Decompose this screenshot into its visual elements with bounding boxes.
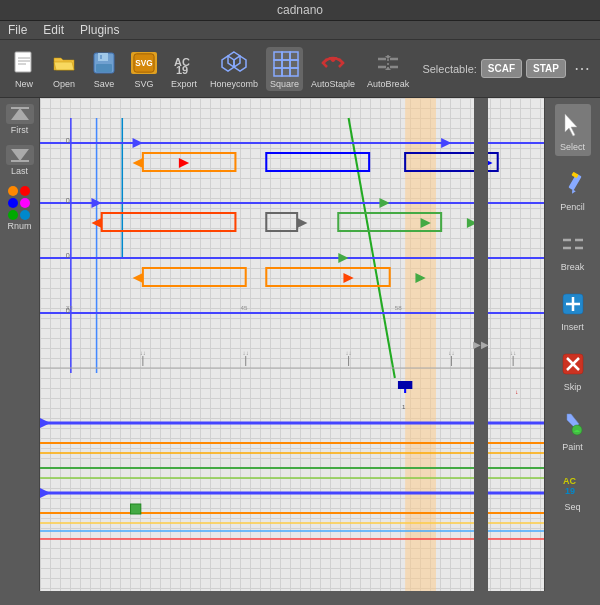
break-tool-button[interactable]: Break (555, 224, 591, 276)
menu-plugins[interactable]: Plugins (80, 23, 119, 37)
svg-rect-20 (290, 60, 298, 68)
canvas-svg: 32 45 58 ↓↓ ↓↓ ↓↓ ↓↓ ↓↓ 1 (40, 98, 544, 591)
svg-marker-96 (565, 114, 577, 136)
insert-label: Insert (561, 322, 584, 332)
autobreak-button[interactable]: AutoBreak (363, 47, 413, 91)
svg-marker-27 (11, 149, 29, 161)
svg-rect-5 (98, 53, 108, 61)
autostaple-icon (319, 49, 347, 77)
skip-label: Skip (564, 382, 582, 392)
svg-text:↓↓: ↓↓ (140, 349, 146, 356)
svg-rect-21 (274, 68, 282, 76)
svg-rect-55 (143, 268, 246, 286)
square-icon (271, 49, 299, 77)
svg-text:AC: AC (563, 476, 576, 486)
save-icon (91, 50, 117, 76)
menu-file[interactable]: File (8, 23, 27, 37)
svg-rect-22 (282, 68, 290, 76)
first-button[interactable]: First (4, 102, 36, 137)
rnum-label: Rnum (7, 221, 31, 231)
seq-tool-button[interactable]: AC 19 Seq (555, 464, 591, 516)
autobreak-icon (374, 49, 402, 77)
autostaple-label: AutoStaple (311, 79, 355, 89)
svg-rect-15 (274, 52, 282, 60)
pencil-icon (557, 168, 589, 200)
svg-marker-25 (11, 108, 29, 120)
honeycomb-icon (220, 49, 248, 77)
svg-marker-49 (297, 218, 307, 228)
skip-tool-button[interactable]: Skip (555, 344, 591, 396)
app-title: cadnano (277, 3, 323, 17)
svg-rect-90 (131, 504, 141, 514)
svg-marker-58 (343, 273, 353, 283)
honeycomb-button[interactable]: Honeycomb (206, 47, 262, 91)
last-button[interactable]: Last (4, 143, 36, 178)
save-label: Save (94, 79, 115, 89)
svg-rect-6 (96, 64, 112, 72)
svg-rect-17 (290, 52, 298, 60)
svg-text:0: 0 (66, 137, 70, 145)
autobreak-label: AutoBreak (367, 79, 409, 89)
svg-marker-45 (379, 198, 389, 208)
square-button[interactable]: Square (266, 47, 303, 91)
title-bar: cadnano (0, 0, 600, 21)
svg-text:19: 19 (176, 64, 188, 76)
honeycomb-label: Honeycomb (210, 79, 258, 89)
pencil-label: Pencil (560, 202, 585, 212)
svg-rect-23 (290, 68, 298, 76)
break-label: Break (561, 262, 585, 272)
svg-rect-19 (282, 60, 290, 68)
break-icon (557, 228, 589, 260)
select-label: Select (560, 142, 585, 152)
new-label: New (15, 79, 33, 89)
selectable-label: Selectable: (422, 63, 476, 75)
new-button[interactable]: New (6, 47, 42, 91)
svg-rect-76 (398, 381, 412, 389)
last-arrow-icon (6, 145, 34, 165)
svg-marker-38 (133, 158, 143, 168)
svg-rect-16 (282, 52, 290, 60)
svg-marker-85 (40, 488, 50, 498)
scaf-button[interactable]: SCAF (481, 59, 522, 78)
svg-marker-54 (338, 253, 348, 263)
canvas-area[interactable]: 32 45 58 ↓↓ ↓↓ ↓↓ ↓↓ ↓↓ 1 (40, 98, 544, 591)
svg-marker-35 (441, 138, 451, 148)
svg-text:19: 19 (565, 486, 575, 496)
svg-text:0: 0 (66, 252, 70, 260)
insert-tool-button[interactable]: Insert (555, 284, 591, 336)
svg-button[interactable]: SVG SVG (126, 47, 162, 91)
svg-text:↓↓: ↓↓ (345, 349, 351, 356)
toolbar: New Open Save SVG (0, 40, 600, 98)
rnum-circles (8, 186, 30, 220)
svg-text:45: 45 (241, 304, 248, 311)
menu-edit[interactable]: Edit (43, 23, 64, 37)
paint-label: Paint (562, 442, 583, 452)
paint-icon (557, 408, 589, 440)
stap-button[interactable]: STAP (526, 59, 566, 78)
right-panel: Select Pencil (544, 98, 600, 591)
more-button[interactable]: ⋯ (570, 57, 594, 80)
open-label: Open (53, 79, 75, 89)
left-panel: First Last (0, 98, 40, 591)
autostaple-button[interactable]: AutoStaple (307, 47, 359, 91)
svg-text:0: 0 (66, 307, 70, 315)
paint-tool-button[interactable]: Paint (555, 404, 591, 456)
svg-text:58: 58 (395, 304, 402, 311)
svg-rect-18 (274, 60, 282, 68)
insert-icon (557, 288, 589, 320)
export-label: Export (171, 79, 197, 89)
select-tool-button[interactable]: Select (555, 104, 591, 156)
rnum-button[interactable]: Rnum (5, 184, 33, 233)
export-button[interactable]: AC 19 Export (166, 47, 202, 91)
selectable-area: Selectable: SCAF STAP ⋯ (422, 57, 594, 80)
save-button[interactable]: Save (86, 47, 122, 91)
new-icon (11, 50, 37, 76)
open-button[interactable]: Open (46, 47, 82, 91)
svg-line-33 (349, 118, 395, 378)
menu-bar: File Edit Plugins (0, 21, 600, 40)
main-area: First Last (0, 98, 600, 591)
pencil-tool-button[interactable]: Pencil (555, 164, 591, 216)
svg-text:↓↓: ↓↓ (243, 349, 249, 356)
scroll-right-button[interactable]: ▶▶ (474, 98, 488, 591)
skip-icon (557, 348, 589, 380)
